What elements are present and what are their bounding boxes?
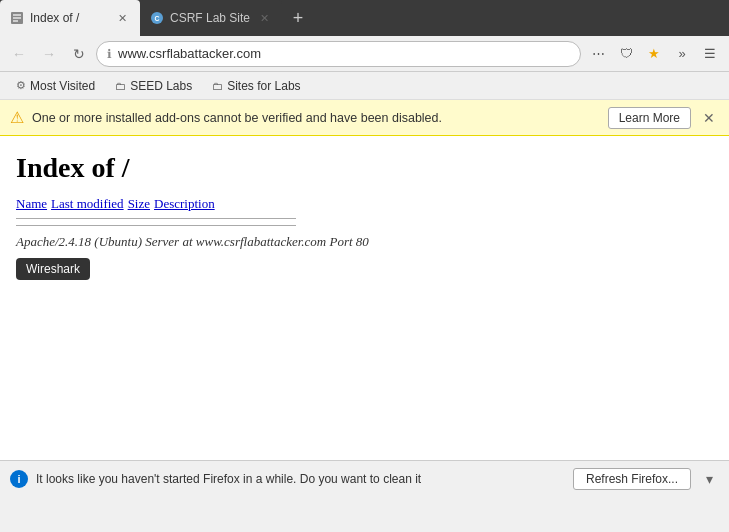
toolbar: ← → ↻ ℹ www.csrflabattacker.com ⋯ 🛡 ★ » … [0, 36, 729, 72]
tab-2-close[interactable]: ✕ [256, 10, 272, 26]
tab-1-close[interactable]: ✕ [114, 10, 130, 26]
shield-icon[interactable]: 🛡 [613, 41, 639, 67]
column-size-link[interactable]: Size [128, 196, 150, 212]
info-icon: i [10, 470, 28, 488]
bottom-bar: i It looks like you haven't started Fire… [0, 460, 729, 496]
back-button[interactable]: ← [6, 41, 32, 67]
wireshark-badge: Wireshark [16, 258, 90, 280]
bookmark-sites-for-labs-label: Sites for Labs [227, 79, 300, 93]
folder-icon-2: 🗀 [212, 80, 223, 92]
column-name-link[interactable]: Name [16, 196, 47, 212]
hamburger-menu-button[interactable]: ☰ [697, 41, 723, 67]
column-description-link[interactable]: Description [154, 196, 215, 212]
bookmarks-bar: ⚙ Most Visited 🗀 SEED Labs 🗀 Sites for L… [0, 72, 729, 100]
lock-icon: ℹ [107, 47, 112, 61]
bookmark-star-button[interactable]: ★ [641, 41, 667, 67]
overflow-menu-button[interactable]: ⋯ [585, 41, 611, 67]
url-text: www.csrflabattacker.com [118, 46, 570, 61]
toolbar-actions: ⋯ 🛡 ★ » ☰ [585, 41, 723, 67]
address-bar[interactable]: ℹ www.csrflabattacker.com [96, 41, 581, 67]
bookmark-most-visited-label: Most Visited [30, 79, 95, 93]
page-icon [10, 11, 24, 25]
server-info: Apache/2.4.18 (Ubuntu) Server at www.csr… [16, 234, 713, 250]
directory-table: Name Last modified Size Description [16, 196, 713, 226]
warning-icon: ⚠ [10, 108, 24, 127]
refresh-firefox-button[interactable]: Refresh Firefox... [573, 468, 691, 490]
gear-icon: ⚙ [16, 79, 26, 92]
header-separator-1 [16, 218, 296, 219]
csrf-tab-icon: C [150, 11, 164, 25]
bookmark-most-visited[interactable]: ⚙ Most Visited [8, 77, 103, 95]
notification-text: One or more installed add-ons cannot be … [32, 111, 600, 125]
directory-header: Name Last modified Size Description [16, 196, 713, 212]
refresh-button[interactable]: ↻ [66, 41, 92, 67]
bottom-bar-close-button[interactable]: ▾ [699, 469, 719, 489]
forward-button[interactable]: → [36, 41, 62, 67]
bookmark-sites-for-labs[interactable]: 🗀 Sites for Labs [204, 77, 308, 95]
page-title: Index of / [16, 152, 713, 184]
tab-2[interactable]: C CSRF Lab Site ✕ [140, 0, 282, 36]
column-last-modified-link[interactable]: Last modified [51, 196, 124, 212]
learn-more-button[interactable]: Learn More [608, 107, 691, 129]
folder-icon: 🗀 [115, 80, 126, 92]
header-separator-2 [16, 225, 296, 226]
bookmark-seed-labs[interactable]: 🗀 SEED Labs [107, 77, 200, 95]
notification-close-button[interactable]: ✕ [699, 108, 719, 128]
tab-1-label: Index of / [30, 11, 108, 25]
bottom-bar-text: It looks like you haven't started Firefo… [36, 472, 565, 486]
tab-1[interactable]: Index of / ✕ [0, 0, 140, 36]
tab-2-label: CSRF Lab Site [170, 11, 250, 25]
notification-bar: ⚠ One or more installed add-ons cannot b… [0, 100, 729, 136]
svg-text:C: C [154, 15, 159, 22]
new-tab-button[interactable]: + [284, 0, 312, 36]
extensions-button[interactable]: » [669, 41, 695, 67]
title-bar: Index of / ✕ C CSRF Lab Site ✕ + [0, 0, 729, 36]
bookmark-seed-labs-label: SEED Labs [130, 79, 192, 93]
page-content: Index of / Name Last modified Size Descr… [0, 136, 729, 496]
titlebar-spacer [312, 0, 729, 36]
